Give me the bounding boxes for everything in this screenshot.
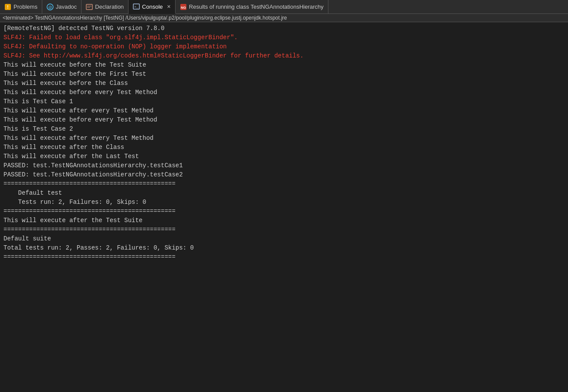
tab-console-label: Console (142, 3, 163, 10)
console-line: ========================================… (3, 179, 565, 189)
svg-text:!: ! (7, 5, 8, 10)
svg-text:NG: NG (181, 6, 186, 10)
console-line: This will execute before the First Test (3, 70, 565, 79)
console-line: Default suite (3, 234, 565, 243)
console-line: This will execute before the Class (3, 79, 565, 88)
javadoc-icon: @ (47, 3, 54, 10)
tab-javadoc-label: Javadoc (56, 3, 77, 10)
tab-results-label: Results of running class TestNGAnnotatio… (189, 3, 324, 10)
tab-declaration[interactable]: Declaration (81, 0, 128, 14)
console-line: This will execute before every Test Meth… (3, 115, 565, 125)
tab-bar: ! Problems @ Javadoc Declaration (0, 0, 568, 14)
tab-javadoc[interactable]: @ Javadoc (42, 0, 81, 14)
console-line: SLF4J: Failed to load class "org.slf4j.i… (3, 33, 565, 42)
console-line: This is Test Case 1 (3, 97, 565, 106)
console-line: SLF4J: See http://www.slf4j.org/codes.ht… (3, 51, 565, 61)
console-line: PASSED: test.TestNGAnnotationsHierarchy.… (3, 170, 565, 179)
console-line: This will execute after the Last Test (3, 152, 565, 161)
console-line: This will execute after the Test Suite (3, 216, 565, 225)
problems-icon: ! (4, 3, 11, 10)
status-text: <terminated> TestNGAnnotationsHierarchy … (3, 15, 287, 21)
console-line: This will execute after every Test Metho… (3, 134, 565, 143)
console-line: This will execute after every Test Metho… (3, 106, 565, 115)
svg-rect-4 (86, 4, 92, 10)
console-line: ========================================… (3, 207, 565, 216)
svg-text:@: @ (48, 5, 52, 10)
console-line: Tests run: 2, Failures: 0, Skips: 0 (3, 198, 565, 207)
console-line: This will execute before the Test Suite (3, 61, 565, 70)
console-line: Total tests run: 2, Passes: 2, Failures:… (3, 243, 565, 253)
console-line: This will execute before every Test Meth… (3, 88, 565, 97)
console-close-button[interactable]: ✕ (167, 4, 171, 10)
tab-console[interactable]: >_ Console ✕ (128, 0, 176, 14)
svg-text:>_: >_ (134, 5, 139, 9)
declaration-icon (86, 3, 93, 10)
status-bar: <terminated> TestNGAnnotationsHierarchy … (0, 14, 568, 22)
console-line: [RemoteTestNG] detected TestNG version 7… (3, 24, 565, 33)
console-line: SLF4J: Defaulting to no-operation (NOP) … (3, 42, 565, 51)
console-icon: >_ (133, 3, 140, 10)
tab-problems-label: Problems (14, 3, 37, 10)
console-line: ========================================… (3, 253, 565, 262)
console-line: Default test (3, 189, 565, 198)
console-line: PASSED: test.TestNGAnnotationsHierarchy.… (3, 161, 565, 170)
tab-results[interactable]: NG Results of running class TestNGAnnota… (176, 0, 328, 14)
console-output[interactable]: [RemoteTestNG] detected TestNG version 7… (0, 22, 568, 392)
testng-icon: NG (180, 3, 187, 10)
console-line: ========================================… (3, 225, 565, 234)
tab-declaration-label: Declaration (95, 3, 124, 10)
tab-problems[interactable]: ! Problems (0, 0, 42, 14)
console-line: This is Test Case 2 (3, 125, 565, 134)
console-line: This will execute after the Class (3, 143, 565, 152)
